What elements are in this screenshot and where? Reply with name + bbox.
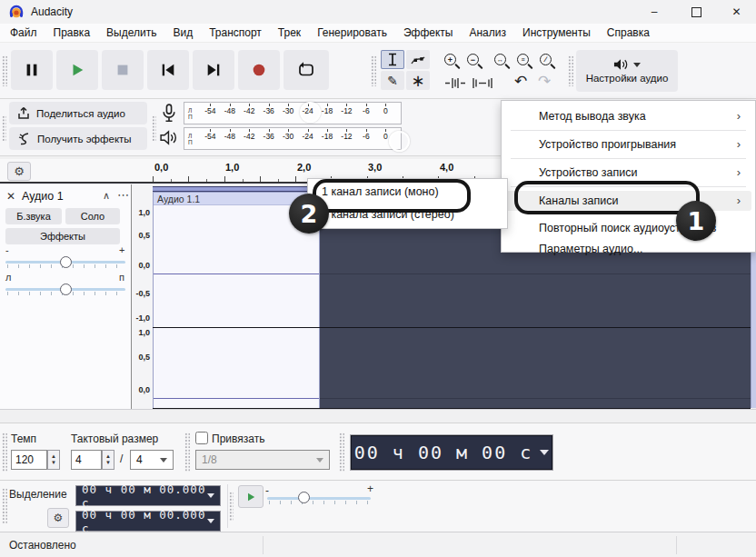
selection-start-field[interactable]: 00 ч 00 м 00.000 с [75, 485, 221, 506]
status-divider [263, 536, 264, 554]
speaker-icon [613, 58, 629, 71]
timesig-upper-input[interactable] [71, 450, 102, 470]
maximize-button[interactable] [675, 0, 717, 24]
menu-item-host[interactable]: Метод вывода звука › [505, 106, 751, 126]
share-toolbar-grip[interactable] [2, 115, 6, 141]
share-audio-button[interactable]: Поделиться аудио [9, 102, 147, 124]
dropdown-arrow-icon[interactable] [207, 519, 214, 523]
snap-combo[interactable]: 1/8 [195, 450, 330, 470]
menu-item-recording-device[interactable]: Устройство записи › [505, 163, 751, 183]
selection-options-button[interactable]: ⚙ [47, 508, 69, 528]
selection-tool-button[interactable] [381, 50, 404, 69]
play-icon [69, 62, 85, 78]
playback-meter-scale: -54 -48 -42 -36 -30 -24 -18 -12 -6 0 [195, 128, 401, 149]
multi-tool-button[interactable]: ∗ [406, 71, 430, 90]
track-menu-icon[interactable]: ⋯ [117, 188, 129, 202]
time-signature-grip[interactable] [2, 433, 7, 472]
audio-setup-button[interactable]: Настройки аудио [576, 50, 678, 92]
recording-meter[interactable]: Л П -54 -48 -42 -36 -30 -24 -18 -12 -6 0 [184, 102, 402, 124]
menu-effects[interactable]: Эффекты [395, 26, 462, 39]
time-signature-label: Тактовый размер [71, 433, 158, 445]
spin-up-icon[interactable]: ▲ [105, 453, 111, 460]
menu-item-audio-settings[interactable]: Параметры аудио... [505, 239, 751, 259]
zoom-out-button[interactable]: − [467, 54, 479, 65]
playback-meter-button[interactable] [160, 130, 178, 149]
record-button[interactable] [238, 50, 280, 90]
menu-transport[interactable]: Транспорт [201, 26, 270, 39]
menu-separator [511, 158, 746, 159]
pause-button[interactable] [11, 50, 53, 90]
gain-slider-thumb[interactable] [60, 256, 72, 268]
redo-button[interactable]: ↷ [538, 72, 551, 90]
status-divider [676, 536, 677, 554]
time-format-dropdown-icon[interactable] [540, 450, 549, 455]
get-effects-button[interactable]: Получить эффекты [9, 127, 147, 150]
submenu-arrow-icon: › [737, 106, 741, 126]
playback-meter[interactable]: Л П -54 -48 -42 -36 -30 -24 -18 -12 -6 0 [184, 127, 402, 150]
menu-select[interactable]: Выделить [98, 26, 164, 39]
skip-to-end-button[interactable] [193, 50, 234, 90]
snap-checkbox[interactable] [195, 432, 208, 444]
solo-button[interactable]: Соло [65, 208, 120, 224]
zoom-selection-button[interactable]: ↔ [494, 54, 506, 65]
dropdown-arrow-icon[interactable] [207, 493, 214, 498]
audio-setup-label: Настройки аудио [586, 73, 669, 84]
minimize-button[interactable]: – [633, 0, 675, 24]
timesig-lower-combo[interactable]: 4 [130, 450, 174, 470]
menu-view[interactable]: Вид [164, 26, 201, 39]
menu-item-playback-device[interactable]: Устройство проигрывания › [505, 134, 751, 154]
play-at-speed-grip[interactable] [229, 492, 234, 521]
selection-end-field[interactable]: 00 ч 00 м 00.000 с [75, 511, 221, 532]
spin-up-icon[interactable]: ▲ [51, 453, 56, 460]
loop-button[interactable] [284, 50, 329, 90]
track-name[interactable]: Аудио 1 [22, 190, 64, 203]
close-button[interactable]: ✕ [717, 0, 756, 24]
pan-slider-thumb[interactable] [60, 283, 72, 295]
track-area-filler [0, 409, 756, 423]
menu-edit[interactable]: Правка [45, 26, 99, 39]
speed-slider-thumb[interactable] [298, 492, 310, 503]
play-button[interactable] [56, 50, 98, 90]
menu-track[interactable]: Трек [270, 26, 309, 39]
tempo-input[interactable] [11, 450, 47, 470]
mute-button[interactable]: Б.звука [5, 208, 62, 224]
tempo-spinner[interactable]: ▲▼ [47, 450, 60, 470]
skip-to-start-button[interactable] [147, 50, 189, 90]
zoom-toggle-button[interactable]: ∕ [540, 54, 552, 65]
envelope-tool-button[interactable] [406, 50, 430, 69]
silence-audio-icon [472, 77, 493, 89]
menu-generate[interactable]: Генерировать [309, 26, 395, 39]
tools-toolbar-grip[interactable] [371, 55, 376, 86]
timeline-options-button[interactable]: ⚙ [7, 162, 31, 181]
selection-toolbar-grip[interactable] [2, 488, 7, 524]
menu-help[interactable]: Справка [599, 26, 658, 39]
speed-min-label: - [265, 484, 269, 497]
zoom-project-button[interactable]: ≡ [517, 54, 529, 65]
spin-down-icon[interactable]: ▼ [105, 460, 111, 466]
trim-audio-button[interactable] [444, 76, 466, 93]
speed-slider[interactable] [267, 497, 371, 500]
track-close-icon[interactable]: ✕ [6, 190, 15, 203]
record-meter-button[interactable] [160, 104, 178, 126]
menu-analyze[interactable]: Анализ [461, 26, 514, 39]
undo-button[interactable]: ↶ [514, 72, 527, 90]
collapse-icon[interactable]: ∧ [103, 190, 110, 202]
audio-setup-toolbar-grip[interactable] [568, 55, 573, 86]
play-at-speed-button[interactable] [238, 485, 264, 508]
menu-tools[interactable]: Инструменты [514, 26, 599, 39]
transport-toolbar-grip[interactable] [2, 55, 7, 86]
timesig-spinner[interactable]: ▲▼ [102, 450, 114, 470]
spin-down-icon[interactable]: ▼ [51, 460, 56, 466]
snap-toolbar-grip[interactable] [184, 433, 190, 472]
silence-audio-button[interactable] [472, 76, 493, 93]
stop-button[interactable] [102, 50, 144, 90]
effects-button[interactable]: Эффекты [5, 228, 120, 244]
meter-toolbar-grip[interactable] [152, 115, 156, 141]
loop-icon [297, 61, 315, 79]
zoom-in-button[interactable]: + [444, 54, 456, 65]
gear-icon: ⚙ [14, 164, 25, 178]
time-display-grip[interactable] [339, 433, 344, 472]
draw-tool-button[interactable]: ✎ [381, 71, 404, 90]
menu-file[interactable]: Файл [2, 26, 45, 39]
time-display[interactable]: 00 ч 00 м 00 с [350, 434, 553, 471]
